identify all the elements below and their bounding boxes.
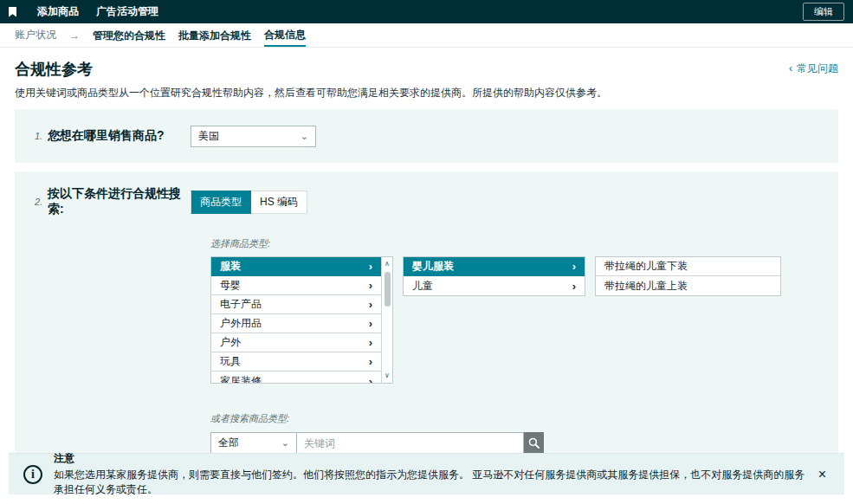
category-picker-label: 选择商品类型:	[210, 237, 838, 250]
subcategory-item-children[interactable]: 儿童 ›	[404, 276, 585, 295]
scroll-up-icon[interactable]: ∧	[384, 259, 390, 269]
step1-number: 1.	[15, 131, 48, 141]
notice-body: 如果您选用某家服务提供商，则需要直接与他们签约。他们将按照您的指示为您提供服务。…	[54, 468, 815, 497]
leaf-item-drawstring-tops[interactable]: 带拉绳的儿童上装	[596, 276, 780, 295]
close-icon[interactable]: ×	[815, 468, 830, 481]
marketplace-select-value: 美国	[198, 129, 219, 144]
chevron-right-icon: ›	[369, 298, 372, 311]
step1-question: 您想在哪里销售商品?	[48, 128, 191, 144]
chevron-right-icon: ›	[369, 260, 372, 273]
page-description: 使用关键词或商品类型从一个位置研究合规性帮助内容，然后查看可帮助您满足相关要求的…	[15, 86, 838, 100]
tab-bulk-add-compliance[interactable]: 批量添加合规性	[178, 24, 251, 46]
breadcrumb-account-health[interactable]: 账户状况	[15, 28, 56, 42]
search-filter-value: 全部	[218, 436, 239, 450]
keyword-search-label: 或者搜索商品类型:	[210, 412, 838, 425]
chevron-right-icon: ›	[369, 355, 372, 368]
chevron-left-icon: ‹	[789, 62, 792, 74]
tab-compliance-info[interactable]: 合规信息	[264, 23, 306, 47]
chevron-right-icon: ›	[369, 317, 372, 330]
nav-add-products[interactable]: 添加商品	[37, 4, 79, 19]
chevron-right-icon: ›	[572, 260, 576, 273]
category-item-baby[interactable]: 母婴 ›	[211, 276, 381, 295]
category-item-home-improvement[interactable]: 家居装修 ›	[211, 372, 381, 383]
category-item-outdoors[interactable]: 户外 ›	[211, 333, 381, 352]
chevron-right-icon: ›	[369, 336, 372, 349]
nav-campaign-manager[interactable]: 广告活动管理	[96, 4, 158, 19]
step2-number: 2.	[15, 197, 48, 207]
scroll-down-icon[interactable]: ∨	[384, 371, 390, 381]
category-item-outdoor-gear[interactable]: 户外用品 ›	[211, 314, 381, 333]
step2-question: 按以下条件进行合规性搜索:	[48, 186, 191, 217]
notice-title: 注意	[54, 451, 815, 466]
main-content: 合规性参考 ‹常见问题 使用关键词或商品类型从一个位置研究合规性帮助内容，然后查…	[0, 59, 853, 476]
tab-manage-compliance[interactable]: 管理您的合规性	[93, 24, 165, 46]
category-columns: 服装 › 母婴 › 电子产品 ›	[210, 256, 838, 384]
chevron-right-icon: ›	[369, 279, 372, 292]
bookmark-icon[interactable]	[9, 7, 16, 17]
breadcrumb: 账户状况 → 管理您的合规性 批量添加合规性 合规信息	[0, 23, 853, 48]
chevron-down-icon: ⌄	[300, 131, 308, 142]
category-item-toys[interactable]: 玩具 ›	[211, 352, 381, 372]
edit-button[interactable]: 编辑	[803, 3, 844, 21]
scrollbar-thumb[interactable]	[384, 272, 391, 307]
chevron-right-icon: ›	[369, 375, 372, 384]
service-provider-notice: i 注意 如果您选用某家服务提供商，则需要直接与他们签约。他们将按照您的指示为您…	[9, 453, 844, 494]
subcategory-item-baby-apparel[interactable]: 婴儿服装 ›	[404, 257, 585, 276]
search-mode-toggle: 商品类型 HS 编码	[191, 191, 307, 214]
leaf-category-list: 带拉绳的儿童下装 带拉绳的儿童上装	[595, 256, 781, 296]
tab-product-type[interactable]: 商品类型	[191, 191, 251, 214]
category-item-electronics[interactable]: 电子产品 ›	[211, 295, 381, 314]
chevron-down-icon: ⌄	[281, 437, 289, 449]
compliance-reference-page: 添加商品 广告活动管理 编辑 账户状况 → 管理您的合规性 批量添加合规性 合规…	[0, 0, 853, 504]
faq-link[interactable]: ‹常见问题	[789, 61, 838, 76]
breadcrumb-arrow-icon: →	[69, 29, 80, 42]
leaf-item-drawstring-bottoms[interactable]: 带拉绳的儿童下装	[596, 257, 780, 276]
chevron-right-icon: ›	[572, 280, 576, 293]
step1-card: 1. 您想在哪里销售商品? 美国 ⌄	[15, 109, 838, 163]
step2-card: 2. 按以下条件进行合规性搜索: 商品类型 HS 编码 选择商品类型: 服装	[15, 171, 838, 476]
search-icon	[528, 437, 540, 449]
marketplace-select[interactable]: 美国 ⌄	[191, 126, 316, 147]
info-icon: i	[23, 465, 42, 484]
tab-hs-code[interactable]: HS 编码	[251, 191, 307, 214]
top-navigation-bar: 添加商品 广告活动管理 编辑	[0, 0, 853, 23]
subcategory-list: 婴儿服装 › 儿童 ›	[403, 256, 585, 296]
category-list: 服装 › 母婴 › 电子产品 ›	[210, 256, 393, 384]
page-title: 合规性参考	[15, 59, 93, 80]
category-item-apparel[interactable]: 服装 ›	[211, 257, 381, 276]
category-list-scrollbar[interactable]: ∧ ∨	[381, 257, 392, 383]
